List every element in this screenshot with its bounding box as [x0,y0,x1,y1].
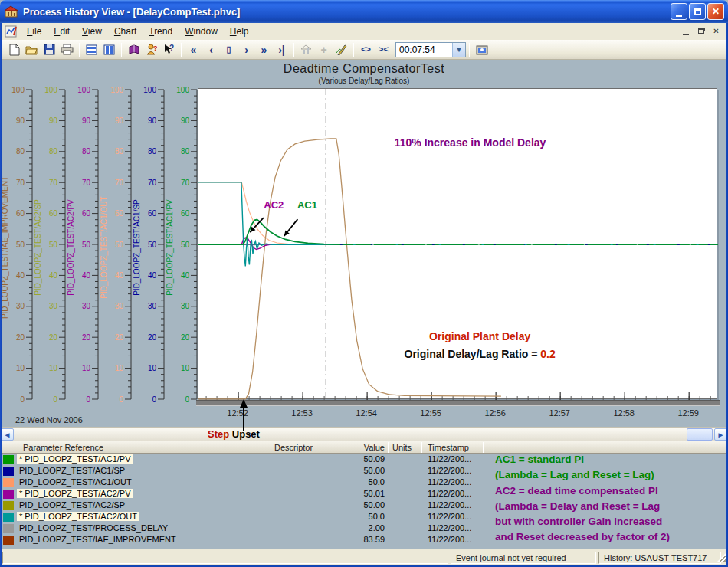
svg-text:50: 50 [49,241,58,249]
svg-text:10: 10 [181,364,190,372]
reference-book-button[interactable] [125,41,143,58]
col-descriptor[interactable]: Descriptor [274,443,313,452]
menu-view[interactable]: View [76,24,108,39]
svg-text:10: 10 [49,364,58,372]
chevron-down-icon[interactable]: ▼ [452,43,465,57]
document-trend-icon [5,25,18,38]
print-button[interactable] [58,41,76,58]
jump-forward-button[interactable]: » [255,41,273,58]
close-button[interactable]: ✕ [707,3,724,20]
user-help-button[interactable]: ? [143,41,160,58]
step-back-button[interactable]: ‹ [202,41,220,58]
context-help-button[interactable]: ? [160,41,178,58]
snapshot-icon [476,44,488,55]
new-file-button[interactable] [5,41,23,58]
svg-text:70: 70 [148,179,157,187]
parameter-name[interactable]: * PID_LOOPZ_TEST/AC1/PV [17,454,133,464]
plot-area[interactable]: 110% Increase in Model DelayAC2AC1Origin… [198,88,717,399]
parameter-value: 50.09 [339,454,385,464]
scroll-left-button[interactable]: ◄ [1,428,14,441]
pen-color-swatch [3,536,14,545]
col-value[interactable]: Value [341,443,385,452]
model-delay-note: 110% Increase in Model Delay [395,136,546,149]
svg-text:20: 20 [82,333,91,342]
menu-chart[interactable]: Chart [108,24,143,39]
ac2-label: AC2 [264,199,284,211]
svg-text:10: 10 [16,364,25,372]
svg-text:70: 70 [115,179,124,187]
col-units[interactable]: Units [392,443,412,452]
svg-text:50: 50 [148,241,157,249]
parameter-name[interactable]: * PID_LOOPZ_TEST/AC2/OUT [17,512,139,521]
snapshot-button[interactable] [473,41,490,58]
svg-text:?: ? [153,44,157,52]
parameter-name[interactable]: PID_LOOPZ_TEST/AC1/OUT [17,477,134,487]
menu-edit[interactable]: Edit [48,24,76,39]
split-horizontal-button[interactable] [83,41,100,58]
maximize-button[interactable] [689,3,706,20]
pen-color-swatch [3,524,14,533]
parameter-name[interactable]: PID_LOOPZ_TEST/IAE_IMPROVEMENT [17,535,179,544]
col-timestamp[interactable]: Timestamp [428,443,469,452]
svg-text:30: 30 [181,302,190,310]
svg-text:40: 40 [115,271,124,280]
svg-text:70: 70 [16,179,25,187]
jump-start-button[interactable]: « [185,41,202,58]
child-restore-button[interactable] [694,25,707,37]
menu-window[interactable]: Window [179,24,224,39]
compress-timescale-button[interactable]: >< [375,41,392,58]
svg-text:80: 80 [82,147,91,156]
parameter-name[interactable]: PID_LOOPZ_TEST/AC1/SP [17,466,127,475]
svg-text:50: 50 [181,241,190,249]
svg-text:80: 80 [16,147,25,156]
parameter-name[interactable]: PID_LOOPZ_TEST/AC2/SP [17,500,127,510]
split-vertical-icon [103,44,115,55]
pen-color-swatch [3,455,14,464]
child-minimize-button[interactable] [679,25,692,37]
pen-color-swatch [3,490,14,499]
menu-trend[interactable]: Trend [143,24,179,39]
y-axis-label-4: PID_LOOPZ_TEST/AC1/SP [133,96,142,399]
note-line: (Lambda = Lag and Reset = Lag) [495,467,670,483]
trend-chart-panel: Deadtime CompensatorTest (Various Delay/… [0,60,728,441]
svg-text:10: 10 [148,364,157,372]
open-file-button[interactable] [23,41,41,58]
svg-text:100: 100 [44,86,57,94]
home-view-button[interactable] [297,41,315,58]
ratio-note: Original Delay/Lag Ratio = 0.2 [405,348,556,360]
save-button[interactable] [41,41,58,58]
child-close-button[interactable]: ✕ [710,25,723,37]
add-parameter-button[interactable]: + [315,41,333,58]
time-span-value: 00:07:54 [396,43,452,57]
col-parameter-reference[interactable]: Parameter Reference [23,443,103,452]
note-line: but with controller Gain increased [495,514,670,529]
svg-text:50: 50 [82,241,91,249]
expand-timescale-button[interactable]: <> [357,41,375,58]
parameter-timestamp: 11/22/200... [428,523,471,533]
series-iae_improvement [198,139,501,399]
svg-text:60: 60 [148,209,157,218]
parameter-name[interactable]: PID_LOOPZ_TEST/PROCESS_DELAY [17,523,170,533]
split-vertical-button[interactable] [100,41,118,58]
parameter-name[interactable]: * PID_LOOPZ_TEST/AC2/PV [17,489,133,498]
svg-text:30: 30 [148,302,157,310]
svg-text:100: 100 [143,86,156,94]
svg-text:80: 80 [49,147,58,156]
svg-text:20: 20 [115,333,124,342]
window-border-left [0,23,2,567]
step-forward-button[interactable]: › [238,41,255,58]
go-to-end-button[interactable]: ›| [273,41,290,58]
pen-color-swatch [3,513,14,522]
time-span-combobox[interactable]: 00:07:54 ▼ [395,42,466,57]
pause-window-button[interactable]: ▯ [220,41,238,58]
series-ac2-out [198,182,718,267]
svg-text:20: 20 [16,333,25,342]
x-tick-label: 12:54 [349,408,383,418]
menu-file[interactable]: File [21,24,48,39]
svg-text:30: 30 [16,302,25,310]
annotate-pen-button[interactable] [333,41,350,58]
scroll-thumb[interactable] [687,428,713,441]
menu-help[interactable]: Help [224,24,255,39]
minimize-button[interactable] [671,3,687,20]
menu-items: FileEditViewChartTrendWindowHelp [21,24,255,39]
